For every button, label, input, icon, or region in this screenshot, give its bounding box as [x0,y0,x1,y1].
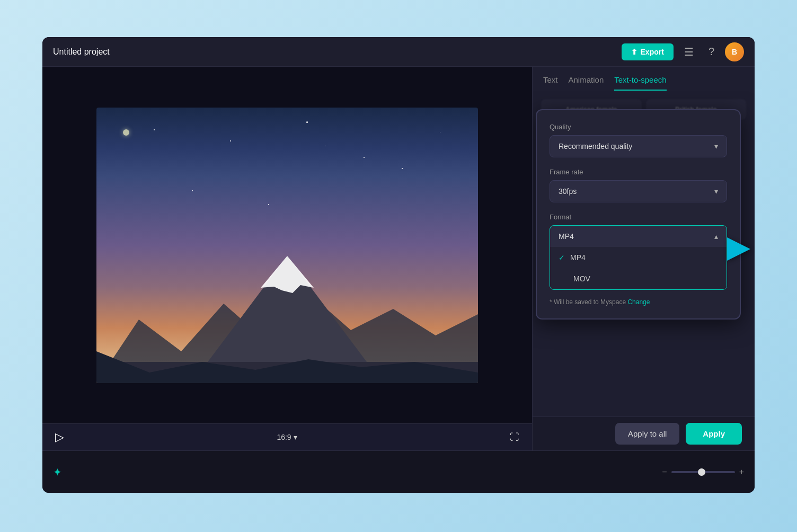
tab-animation[interactable]: Animation [569,75,604,91]
main-area: ▷ 16:9 ▾ ⛶ Text Animation Text-to-speech [42,67,755,450]
format-label: Format [550,213,727,221]
star [402,168,403,169]
video-controls: ▷ 16:9 ▾ ⛶ [42,423,532,450]
quality-dropdown[interactable]: Recommended quality ▾ [550,135,727,157]
tab-text-to-speech[interactable]: Text-to-speech [614,75,666,91]
star [440,132,440,132]
upload-icon: ⬆ [631,48,637,56]
top-bar-right: ⬆ Export ☰ ? B [622,42,744,61]
checkmark-icon: ✓ [559,253,565,262]
export-popup: Quality Recommended quality ▾ Frame rate… [536,109,741,320]
timeline-area: ✦ − + [42,450,755,493]
star [154,129,155,130]
avatar[interactable]: B [725,42,744,61]
help-icon-button[interactable]: ? [704,43,719,60]
quality-label: Quality [550,123,727,131]
timeline-icons: ✦ [53,466,62,478]
tab-text[interactable]: Text [543,75,558,91]
zoom-out-icon[interactable]: − [662,467,667,477]
zoom-slider[interactable] [671,471,735,473]
no-checkmark [559,274,568,283]
frame-rate-dropdown[interactable]: 30fps ▾ [550,180,727,202]
star [325,146,326,146]
format-option-mp4[interactable]: ✓ MP4 [550,247,727,268]
fullscreen-button[interactable]: ⛶ [510,432,519,443]
panel-content: American female British female Quality R… [533,91,755,416]
right-panel: Text Animation Text-to-speech American f… [532,67,755,450]
zoom-thumb [698,468,705,476]
mountain [96,224,478,383]
format-dropdown-header[interactable]: MP4 ▴ [550,226,727,247]
video-container [42,67,532,423]
cursor-arrow-container [727,237,750,261]
format-options: ✓ MP4 MOV [550,247,727,289]
apply-to-all-button[interactable]: Apply to all [615,423,679,445]
star [364,157,365,158]
frame-rate-label: Frame rate [550,168,727,176]
format-chevron-up-icon: ▴ [714,232,718,241]
top-bar: Untitled project ⬆ Export ☰ ? B [42,37,755,67]
tabs-bar: Text Animation Text-to-speech [533,67,755,91]
menu-icon-button[interactable]: ☰ [680,43,698,60]
format-dropdown-open: MP4 ▴ ✓ MP4 MOV [550,225,727,290]
play-button[interactable]: ▷ [55,430,64,444]
app-container: Untitled project ⬆ Export ☰ ? B [42,37,755,493]
quality-chevron-icon: ▾ [714,142,718,150]
star [230,140,231,141]
star [306,121,308,123]
menu-icon: ☰ [684,46,694,58]
frame-rate-chevron-icon: ▾ [714,187,718,196]
video-preview [96,108,478,383]
star [192,190,193,191]
help-icon: ? [709,46,714,57]
video-background [96,108,478,383]
zoom-controls: − + [662,467,744,477]
moon [123,129,129,136]
cursor-arrow-icon [727,237,750,261]
apply-button[interactable]: Apply [686,423,742,445]
format-option-mov[interactable]: MOV [550,268,727,289]
project-title: Untitled project [53,47,110,57]
aspect-ratio-selector[interactable]: 16:9 ▾ [277,433,297,441]
star [268,204,269,205]
zoom-in-icon[interactable]: + [739,467,744,477]
timeline-tool-icon[interactable]: ✦ [53,466,62,478]
bottom-bar: Apply to all Apply [533,416,755,450]
save-note: * Will be saved to Myspace Change [550,298,727,306]
change-link[interactable]: Change [627,298,650,306]
export-button[interactable]: ⬆ Export [622,43,674,60]
video-area: ▷ 16:9 ▾ ⛶ [42,67,532,450]
